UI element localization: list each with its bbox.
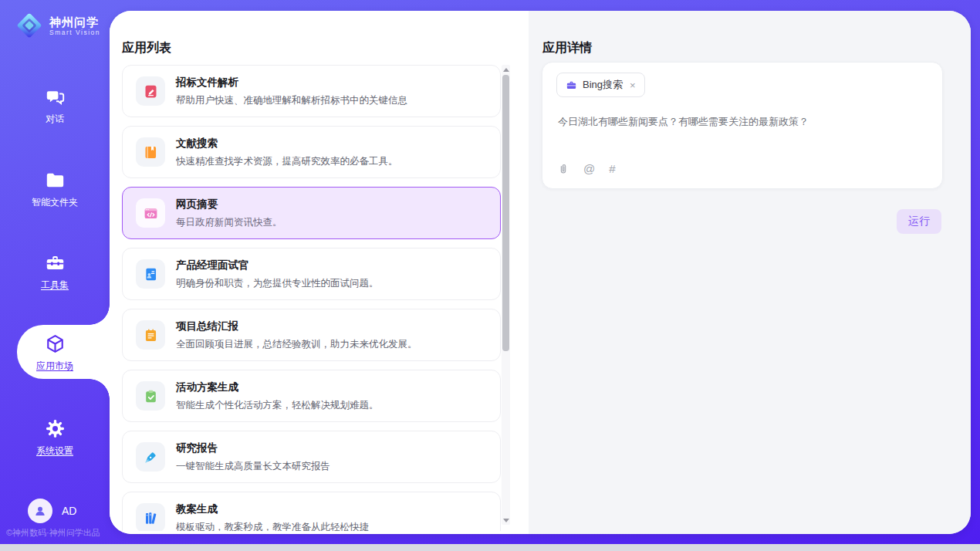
run-button[interactable]: 运行 <box>897 209 941 234</box>
user-avatar-icon[interactable] <box>28 499 52 523</box>
app-list-item[interactable]: 教案生成 模板驱动，教案秒成，教学准备从此轻松快捷 <box>122 492 501 531</box>
app-detail-panel: 应用详情 Bing搜索 × 今日湖北有哪些新闻要点？有哪些需要关注的最新政策？ <box>529 11 971 534</box>
app-list-item[interactable]: 产品经理面试官 明确身份和职责，为您提供专业性的面试问题。 <box>122 248 501 300</box>
sidebar: 神州问学 Smart Vision 对话 智能文件夹 工具集 应用市场 系统设置… <box>0 0 110 544</box>
app-name: 项目总结汇报 <box>176 319 417 333</box>
sidebar-item-smart-folder[interactable]: 智能文件夹 <box>0 170 110 209</box>
gear-icon <box>45 418 66 439</box>
sidebar-item-label: 系统设置 <box>36 445 73 458</box>
app-name: 活动方案生成 <box>176 380 379 394</box>
app-name: 网页摘要 <box>176 198 282 211</box>
copyright-footer: ©神州数码·神州问学出品 <box>6 527 100 539</box>
app-description: 每日政府新闻资讯快查。 <box>176 216 282 229</box>
mention-icon[interactable]: @ <box>583 162 595 175</box>
bid-doc-icon <box>136 76 165 106</box>
webpage-icon <box>136 198 165 228</box>
app-list-item[interactable]: 文献搜索 快速精准查找学术资源，提高研究效率的必备工具。 <box>122 126 501 178</box>
briefcase-icon <box>566 79 577 91</box>
user-name: AD <box>62 505 76 517</box>
pen-icon <box>136 442 165 472</box>
scrollbar-thumb[interactable] <box>502 75 509 351</box>
cube-icon <box>45 333 66 354</box>
sidebar-item-settings[interactable]: 系统设置 <box>0 418 110 458</box>
paperclip-icon[interactable] <box>557 163 569 175</box>
app-name: 文献搜索 <box>176 137 398 150</box>
chat-icon <box>45 86 66 107</box>
hashtag-icon[interactable]: # <box>609 162 615 175</box>
clipboard-icon <box>136 381 165 411</box>
brand-name: 神州问学 <box>49 15 100 29</box>
query-card: Bing搜索 × 今日湖北有哪些新闻要点？有哪些需要关注的最新政策？ @ # <box>542 62 943 189</box>
app-name: 教案生成 <box>176 502 369 516</box>
app-description: 一键智能生成高质量长文本研究报告 <box>176 460 330 473</box>
app-list-item[interactable]: 招标文件解析 帮助用户快速、准确地理解和解析招标书中的关键信息 <box>122 65 501 117</box>
app-list-title: 应用列表 <box>122 40 171 56</box>
tool-tag-label: Bing搜索 <box>583 78 623 92</box>
brand-diamond-icon <box>14 10 45 41</box>
app-list-panel: 应用列表 招标文件解析 帮助用户快速、准确地理解和解析招标书中的关键信息 文献搜… <box>110 11 529 534</box>
app-name: 研究报告 <box>176 441 330 455</box>
sidebar-item-label: 应用市场 <box>36 360 73 373</box>
report-icon <box>136 320 165 350</box>
toolbox-icon <box>45 252 66 273</box>
book-icon <box>136 137 165 167</box>
sidebar-item-chat[interactable]: 对话 <box>0 86 110 126</box>
app-description: 智能生成个性化活动方案，轻松解决规划难题。 <box>176 399 379 412</box>
app-description: 全面回顾项目进展，总结经验教训，助力未来优化发展。 <box>176 338 417 351</box>
brand-subtitle: Smart Vision <box>49 29 100 36</box>
folder-icon <box>45 170 66 191</box>
scroll-up-icon[interactable] <box>502 65 510 74</box>
app-list-item[interactable]: 研究报告 一键智能生成高质量长文本研究报告 <box>122 431 501 483</box>
app-description: 帮助用户快速、准确地理解和解析招标书中的关键信息 <box>176 94 407 107</box>
attachment-toolbar: @ # <box>557 162 616 175</box>
app-list-item[interactable]: 项目总结汇报 全面回顾项目进展，总结经验教训，助力未来优化发展。 <box>122 309 501 361</box>
app-description: 模板驱动，教案秒成，教学准备从此轻松快捷 <box>176 521 369 532</box>
app-name: 产品经理面试官 <box>176 259 379 272</box>
tool-tag-close-icon[interactable]: × <box>630 80 636 90</box>
app-window: 神州问学 Smart Vision 对话 智能文件夹 工具集 应用市场 系统设置… <box>0 0 980 544</box>
query-text-input[interactable]: 今日湖北有哪些新闻要点？有哪些需要关注的最新政策？ <box>558 115 927 129</box>
app-list-item[interactable]: 活动方案生成 智能生成个性化活动方案，轻松解决规划难题。 <box>122 370 501 422</box>
sidebar-item-toolset[interactable]: 工具集 <box>0 252 110 292</box>
sidebar-item-label: 智能文件夹 <box>32 196 78 209</box>
main-content: 应用列表 招标文件解析 帮助用户快速、准确地理解和解析招标书中的关键信息 文献搜… <box>110 11 971 534</box>
scroll-down-icon[interactable] <box>502 516 510 525</box>
scrollbar[interactable] <box>502 65 510 525</box>
app-list: 招标文件解析 帮助用户快速、准确地理解和解析招标书中的关键信息 文献搜索 快速精… <box>122 65 501 531</box>
app-detail-title: 应用详情 <box>542 40 592 56</box>
app-name: 招标文件解析 <box>176 76 407 90</box>
app-description: 快速精准查找学术资源，提高研究效率的必备工具。 <box>176 155 398 168</box>
brand-logo: 神州问学 Smart Vision <box>14 10 100 41</box>
sidebar-item-app-market[interactable]: 应用市场 <box>0 333 110 373</box>
sidebar-item-label: 工具集 <box>41 279 69 292</box>
sidebar-item-label: 对话 <box>46 113 64 126</box>
app-list-item[interactable]: 网页摘要 每日政府新闻资讯快查。 <box>122 187 501 239</box>
app-description: 明确身份和职责，为您提供专业性的面试问题。 <box>176 277 379 290</box>
books-icon <box>136 503 165 531</box>
resume-icon <box>136 259 165 289</box>
user-row[interactable]: AD <box>28 499 76 523</box>
tool-tag-bing[interactable]: Bing搜索 × <box>556 73 645 97</box>
